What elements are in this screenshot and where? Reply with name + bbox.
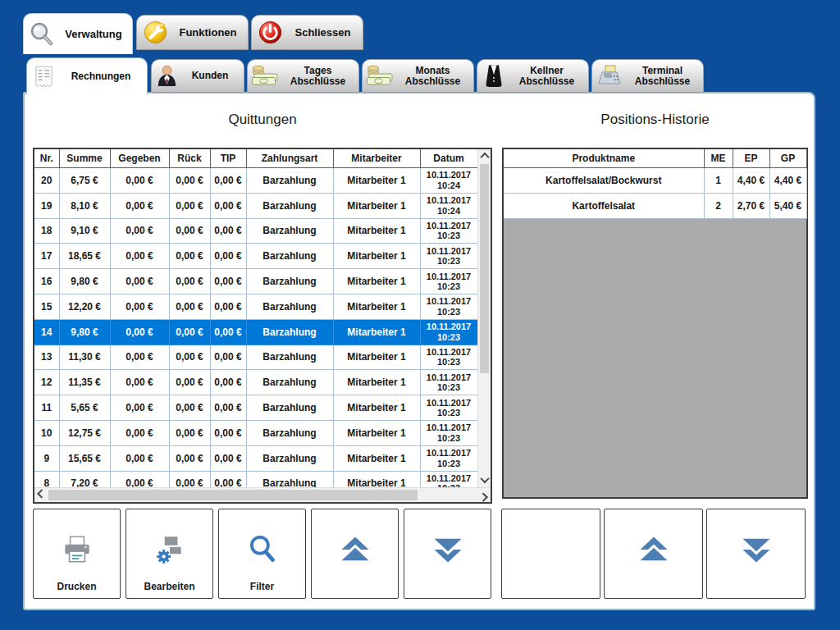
receipt-cell[interactable]: 11,30 €	[59, 345, 110, 370]
receipt-cell[interactable]: Mitarbeiter 1	[333, 420, 420, 445]
receipt-cell[interactable]: 0,00 €	[210, 193, 246, 218]
receipt-cell[interactable]: Mitarbeiter 1	[333, 269, 420, 294]
tab-kellner-abschluesse[interactable]: Kellner Abschlüsse	[477, 59, 589, 93]
column-header[interactable]: Mitarbeiter	[333, 149, 420, 168]
receipt-cell[interactable]: Barzahlung	[246, 445, 333, 471]
edit-button[interactable]: Bearbeiten	[126, 509, 213, 599]
column-header[interactable]: Datum	[420, 149, 477, 168]
receipt-cell[interactable]: 11	[34, 395, 59, 421]
receipt-cell[interactable]: 6,75 €	[59, 168, 110, 194]
vertical-scroll-thumb[interactable]	[480, 164, 489, 373]
receipt-cell[interactable]: 13	[34, 345, 59, 370]
receipt-cell[interactable]: 12,75 €	[59, 420, 110, 445]
tab-rechnungen[interactable]: Rechnungen	[26, 57, 148, 94]
receipt-row[interactable]: 169,80 €0,00 €0,00 €0,00 €BarzahlungMita…	[34, 269, 477, 294]
receipt-cell[interactable]: 0,00 €	[169, 294, 210, 319]
horizontal-scrollbar[interactable]	[34, 487, 491, 502]
receipt-cell[interactable]: 0,00 €	[110, 168, 169, 194]
position-cell[interactable]: 4,40 €	[769, 168, 806, 194]
receipt-cell-datum[interactable]: 10.11.201710:23	[420, 345, 477, 370]
filter-button[interactable]: Filter	[218, 509, 306, 599]
receipt-cell[interactable]: 12,20 €	[59, 294, 110, 319]
receipt-cell[interactable]: 0,00 €	[110, 420, 169, 445]
receipt-cell[interactable]: Mitarbeiter 1	[333, 345, 420, 370]
receipt-cell[interactable]: Barzahlung	[246, 168, 333, 194]
receipt-cell[interactable]: 14	[34, 319, 59, 345]
receipt-cell[interactable]: Barzahlung	[246, 395, 333, 421]
tab-monats-abschluesse[interactable]: Monats Abschlüsse	[362, 59, 474, 93]
page-down-button[interactable]	[404, 509, 491, 599]
vertical-scrollbar[interactable]	[477, 149, 491, 487]
receipt-cell[interactable]: Mitarbeiter 1	[333, 218, 420, 244]
receipt-cell[interactable]: 0,00 €	[110, 445, 169, 471]
receipt-cell[interactable]: 20	[34, 168, 59, 194]
position-row[interactable]: Kartoffelsalat22,70 €5,40 €	[504, 193, 806, 218]
receipt-cell[interactable]: 8,10 €	[59, 193, 110, 218]
positions-page-up-button[interactable]	[604, 509, 703, 599]
receipt-cell-datum[interactable]: 10.11.201710:23	[420, 269, 477, 294]
receipt-cell[interactable]: 0,00 €	[210, 370, 246, 395]
receipt-cell[interactable]: 0,00 €	[210, 269, 246, 294]
receipt-row[interactable]: 115,65 €0,00 €0,00 €0,00 €BarzahlungMita…	[34, 395, 477, 421]
receipt-cell[interactable]: 0,00 €	[210, 218, 246, 244]
receipt-cell[interactable]: Mitarbeiter 1	[333, 370, 420, 395]
receipt-cell-datum[interactable]: 10.11.201710:24	[420, 168, 477, 194]
tab-kunden[interactable]: Kunden	[151, 59, 244, 93]
receipt-cell[interactable]: Mitarbeiter 1	[333, 244, 420, 269]
scroll-right-button[interactable]	[477, 488, 491, 502]
receipt-cell[interactable]: Barzahlung	[246, 370, 333, 395]
receipt-cell[interactable]: 15,65 €	[59, 445, 110, 471]
positions-page-down-button[interactable]	[706, 509, 806, 599]
receipt-cell[interactable]: 16	[34, 269, 59, 294]
receipt-cell[interactable]: Mitarbeiter 1	[333, 294, 420, 319]
receipt-cell[interactable]: 0,00 €	[210, 294, 246, 319]
receipt-cell[interactable]: 0,00 €	[210, 420, 246, 445]
receipt-cell[interactable]: Barzahlung	[246, 244, 333, 269]
position-cell[interactable]: Kartoffelsalat	[504, 193, 704, 218]
receipt-cell[interactable]: 0,00 €	[110, 370, 169, 395]
receipt-cell[interactable]: 0,00 €	[169, 269, 210, 294]
receipt-row[interactable]: 149,80 €0,00 €0,00 €0,00 €BarzahlungMita…	[34, 319, 477, 345]
receipt-cell[interactable]: 0,00 €	[169, 345, 210, 370]
receipt-cell[interactable]: Mitarbeiter 1	[333, 193, 420, 218]
receipt-row[interactable]: 198,10 €0,00 €0,00 €0,00 €BarzahlungMita…	[34, 193, 477, 218]
receipt-cell[interactable]: 15	[34, 294, 59, 319]
receipt-cell[interactable]: 0,00 €	[169, 395, 210, 421]
receipt-cell[interactable]: Barzahlung	[246, 420, 333, 445]
blank-button[interactable]	[501, 509, 600, 599]
receipt-cell[interactable]: 11,35 €	[59, 370, 110, 395]
position-cell[interactable]: 1	[704, 168, 733, 194]
receipt-cell[interactable]: 0,00 €	[110, 269, 169, 294]
position-cell[interactable]: 5,40 €	[769, 193, 806, 218]
receipt-cell-datum[interactable]: 10.11.201710:23	[420, 244, 477, 269]
scroll-down-button[interactable]	[478, 473, 491, 486]
print-button[interactable]: Drucken	[33, 509, 121, 599]
receipt-cell[interactable]: 0,00 €	[110, 218, 169, 244]
tab-funktionen[interactable]: Funktionen	[136, 15, 249, 50]
receipt-cell[interactable]: 9,80 €	[59, 319, 110, 345]
receipt-cell[interactable]: 0,00 €	[110, 193, 169, 218]
receipt-row[interactable]: 206,75 €0,00 €0,00 €0,00 €BarzahlungMita…	[34, 168, 477, 194]
column-header[interactable]: Nr.	[34, 149, 59, 168]
receipt-row[interactable]: 915,65 €0,00 €0,00 €0,00 €BarzahlungMita…	[34, 445, 477, 471]
receipt-cell[interactable]: 0,00 €	[169, 168, 210, 194]
column-header[interactable]: Zahlungsart	[246, 149, 333, 168]
receipt-cell[interactable]: 19	[34, 193, 59, 218]
receipt-cell[interactable]: Barzahlung	[246, 193, 333, 218]
column-header[interactable]: Summe	[59, 149, 110, 168]
receipt-cell[interactable]: 18	[34, 218, 59, 244]
receipt-cell[interactable]: 0,00 €	[210, 445, 246, 471]
receipt-cell[interactable]: Mitarbeiter 1	[333, 319, 420, 345]
tab-tages-abschluesse[interactable]: Tages Abschlüsse	[247, 59, 359, 93]
receipt-cell[interactable]: 0,00 €	[210, 319, 246, 345]
receipt-cell[interactable]: 0,00 €	[110, 294, 169, 319]
receipt-cell-datum[interactable]: 10.11.201710:23	[420, 395, 477, 421]
receipt-cell[interactable]: Barzahlung	[246, 294, 333, 319]
receipt-row[interactable]: 1512,20 €0,00 €0,00 €0,00 €BarzahlungMit…	[34, 294, 477, 319]
receipt-cell-datum[interactable]: 10.11.201710:23	[420, 370, 477, 395]
position-cell[interactable]: 4,40 €	[733, 168, 769, 194]
receipt-cell[interactable]: 0,00 €	[169, 193, 210, 218]
column-header[interactable]: ME	[704, 149, 733, 168]
column-header[interactable]: Produktname	[504, 149, 704, 168]
receipt-cell[interactable]: 9	[34, 445, 59, 471]
